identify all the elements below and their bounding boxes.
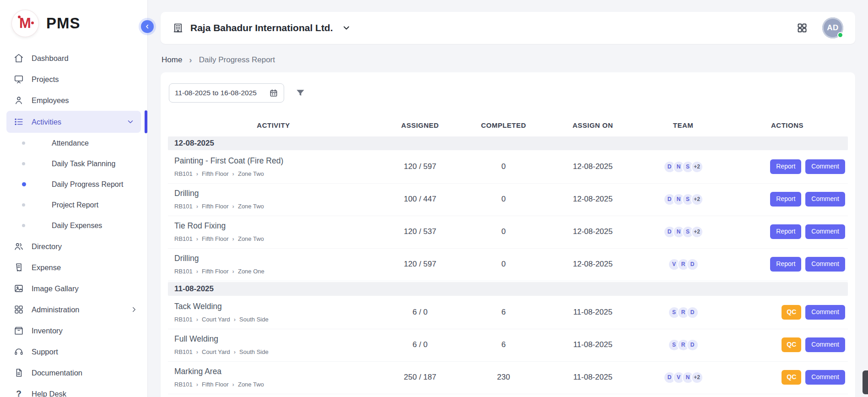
activity-name[interactable]: Tack Welding [168,302,379,311]
sidebar-item-label: Dashboard [32,54,69,63]
comment-button[interactable]: Comment [805,224,845,239]
activity-name[interactable]: Full Welding [168,334,379,344]
sidebar-item-label: Employees [32,96,69,105]
team-avatars: D N S +2 [640,193,727,206]
sidebar-item-dashboard[interactable]: Dashboard [0,48,147,69]
completed-value: 6 [461,308,546,317]
scrollbar-thumb[interactable] [863,370,868,394]
chevron-right-icon [196,235,198,242]
activities-icon [14,117,24,127]
sidebar-item-employees[interactable]: Employees [0,90,147,111]
path-project: RB101 [174,235,193,242]
avatar[interactable]: D [686,258,699,271]
sidebar-item-directory[interactable]: Directory [0,236,147,257]
sidebar-item-help-desk[interactable]: Help Desk [0,383,147,397]
chevron-right-icon [234,316,236,323]
sidebar-subitem-project-report[interactable]: Project Report [0,195,147,215]
activity-name[interactable]: Drilling [168,254,379,263]
activity-name[interactable]: Marking Area [168,367,379,376]
box-icon [14,326,24,336]
table-row: Drilling RB101Fifth FloorZone Two 100 / … [168,184,848,216]
sidebar-item-label: Help Desk [32,390,66,397]
users-icon [14,241,24,251]
assign-on-value: 11-08-2025 [546,373,640,382]
chevron-right-icon [196,316,198,323]
table-row: Tack Welding RB101Court YardSouth Side 6… [168,297,848,329]
chevron-right-icon [196,170,198,177]
chevron-right-icon [232,268,234,275]
column-header-completed: COMPLETED [461,121,546,129]
app-name: PMS [46,15,81,32]
sidebar-item-activities[interactable]: Activities [6,111,141,133]
sidebar-item-label: Directory [32,242,62,251]
report-button[interactable]: Report [770,257,801,271]
sidebar-subitem-daily-task-planning[interactable]: Daily Task Planning [0,153,147,174]
column-header-activity: ACTIVITY [168,121,379,129]
qc-button[interactable]: QC [782,337,801,352]
breadcrumb-current: Daily Progress Report [199,55,275,65]
chevron-right-icon [196,381,198,388]
completed-value: 0 [461,227,546,236]
filter-funnel-icon[interactable] [295,88,306,98]
assigned-value: 120 / 597 [379,260,461,269]
sidebar-item-documentation[interactable]: Documentation [0,362,147,383]
qc-button[interactable]: QC [782,305,801,319]
sidebar-item-administration[interactable]: Administration [0,299,147,320]
date-range-input[interactable]: 11-08-2025 to 16-08-2025 [169,83,284,103]
app-logo: M PMS [0,0,147,45]
chevron-left-icon [144,23,151,30]
avatar[interactable]: D [686,339,699,351]
assigned-value: 100 / 447 [379,195,461,204]
sidebar-subitem-attendance[interactable]: Attendance [0,133,147,153]
avatar-overflow[interactable]: +2 [691,161,703,173]
company-selector[interactable]: Raja Bahadur International Ltd. [173,22,351,33]
person-icon [14,95,24,105]
assign-on-value: 11-08-2025 [546,340,640,349]
activity-name[interactable]: Painting - First Coat (Fire Red) [168,156,379,166]
path-zone: South Side [239,316,269,323]
qc-button[interactable]: QC [782,370,801,384]
breadcrumb: Home Daily Progress Report [162,55,854,65]
column-header-actions: ACTIONS [727,121,848,129]
table-row: Drilling RB101Fifth FloorZone One 120 / … [168,249,848,281]
assigned-value: 6 / 0 [379,308,461,317]
sidebar-item-image-gallary[interactable]: Image Gallary [0,278,147,299]
comment-button[interactable]: Comment [805,337,845,352]
apps-grid-icon[interactable] [797,22,808,33]
logo-letter: M [19,15,31,32]
sidebar-subitem-daily-progress-report[interactable]: Daily Progress Report [0,174,147,195]
comment-button[interactable]: Comment [805,370,845,384]
sidebar-collapse-button[interactable] [141,20,154,33]
sidebar-item-projects[interactable]: Projects [0,69,147,90]
row-actions: QC Comment [727,337,848,352]
comment-button[interactable]: Comment [805,192,845,206]
top-header-bar: Raja Bahadur International Ltd. AD [161,12,855,44]
chevron-right-icon [232,170,234,177]
avatar-overflow[interactable]: +2 [691,226,703,238]
avatar-overflow[interactable]: +2 [691,193,703,206]
report-button[interactable]: Report [770,159,801,174]
assign-on-value: 12-08-2025 [546,260,640,269]
avatar-overflow[interactable]: +2 [691,371,703,384]
sidebar-item-support[interactable]: Support [0,341,147,362]
path-project: RB101 [174,203,193,210]
comment-button[interactable]: Comment [805,257,845,271]
comment-button[interactable]: Comment [805,305,845,319]
report-button[interactable]: Report [770,224,801,239]
report-button[interactable]: Report [770,192,801,206]
sidebar-item-expense[interactable]: Expense [0,257,147,278]
logo-mark-icon: M [12,10,38,37]
activity-name[interactable]: Tie Rod Fixing [168,221,379,231]
sidebar-subitem-daily-expenses[interactable]: Daily Expenses [0,215,147,236]
sidebar-item-inventory[interactable]: Inventory [0,320,147,341]
user-menu[interactable]: AD [822,17,843,38]
assign-on-value: 12-08-2025 [546,227,640,236]
avatar[interactable]: D [686,306,699,319]
breadcrumb-home[interactable]: Home [162,55,182,65]
completed-value: 0 [461,260,546,269]
sidebar-subitem-label: Attendance [52,139,89,147]
comment-button[interactable]: Comment [805,159,845,174]
sidebar-item-label: Documentation [32,369,82,377]
sidebar-item-label: Administration [32,305,80,314]
activity-name[interactable]: Drilling [168,189,379,198]
